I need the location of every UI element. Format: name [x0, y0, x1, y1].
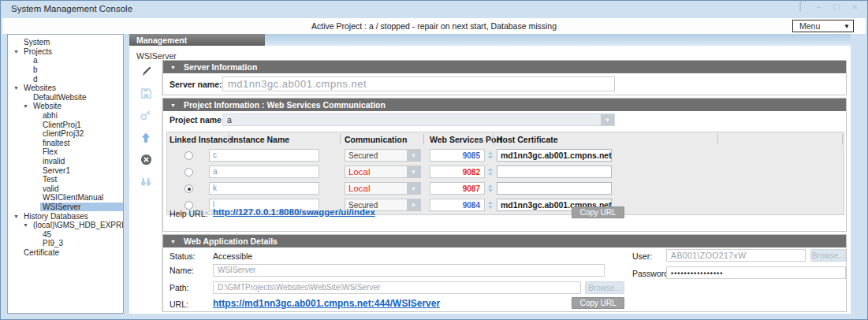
status-row: Active Project : a / stopped - repair on… — [2, 18, 866, 34]
minimize-button[interactable]: – — [814, 3, 823, 11]
communication-dropdown[interactable]: Local▼ — [345, 166, 421, 178]
column-separator — [423, 134, 424, 144]
column-separator — [717, 134, 718, 144]
tree-item-pi9-3[interactable]: PI9_3 — [8, 239, 123, 248]
tree-item-label: abhi — [40, 111, 60, 120]
copy-help-url-button[interactable]: Copy URL — [572, 207, 624, 218]
tree-item-certificate[interactable]: Certificate — [8, 248, 123, 258]
tree-item-finaltest[interactable]: finaltest — [8, 139, 123, 148]
server-information-header[interactable]: ▼ Server Information — [163, 61, 846, 73]
tree-expand-icon[interactable]: ▼ — [11, 214, 21, 219]
browse-user-button[interactable]: Browse... — [810, 249, 846, 262]
tree-item-label: Certificate — [21, 248, 61, 257]
tree-item-projects[interactable]: ▼Projects — [8, 47, 123, 57]
tree-expand-icon[interactable]: ▼ — [11, 49, 21, 54]
binoculars-icon[interactable] — [129, 170, 162, 192]
section-web-application-details: ▼ Web Application Details Status: Access… — [162, 234, 847, 312]
instance-name-input[interactable]: c — [209, 149, 319, 162]
tree-item-a[interactable]: a — [8, 56, 123, 65]
tree-item-label: (local)\GMS_HDB_EXPRESS — [31, 221, 124, 229]
close-button[interactable]: ✕ — [850, 3, 859, 11]
help-url-label: Help URL: — [170, 209, 207, 218]
help-url-link[interactable]: http://127.0.0.1:8080/swagger/ui/index — [213, 207, 375, 217]
tree-item-valid[interactable]: valid — [8, 184, 123, 194]
password-label: Password: — [632, 269, 671, 278]
port-spinner[interactable] — [486, 166, 494, 178]
tree-item-label: ClientProj1 — [40, 121, 84, 129]
tree-item-label: Projects — [21, 47, 54, 56]
save-icon[interactable] — [129, 82, 162, 104]
tree-item-server1[interactable]: Server1 — [8, 166, 123, 175]
tree-item-label: WSIServer — [40, 203, 123, 211]
collapse-arrow-icon: ▼ — [163, 239, 184, 244]
tree-item-website[interactable]: ▼Website — [8, 102, 123, 111]
name-input[interactable]: WSIServer — [213, 264, 605, 277]
tree-expand-icon[interactable]: ▼ — [20, 222, 31, 228]
tree-item-invalid[interactable]: invalid — [8, 157, 123, 166]
tree-item-clientproj32[interactable]: clientProj32 — [8, 129, 123, 139]
tree-expand-icon[interactable]: ▼ — [20, 103, 31, 109]
instance-name-input[interactable]: k — [209, 182, 319, 195]
port-spinner[interactable] — [486, 199, 494, 211]
tree-item-wsiserver[interactable]: WSIServer — [8, 203, 123, 212]
tree-item-abhi[interactable]: abhi — [8, 111, 123, 121]
communication-dropdown[interactable]: Local▼ — [345, 182, 421, 195]
key-icon[interactable] — [129, 104, 162, 126]
title-bar: System Management Console – ▢ ✕ — [1, 1, 867, 18]
linked-instance-radio[interactable] — [184, 151, 193, 160]
communication-dropdown[interactable]: Secured▼ — [345, 149, 421, 162]
web-services-port-input[interactable]: 9084 — [430, 199, 485, 211]
web-services-port-input[interactable]: 9085 — [430, 149, 485, 162]
tab-management[interactable]: Management — [129, 34, 265, 46]
path-input[interactable]: D:\GMTProjects\Websites\WebSite\WSIServe… — [213, 281, 581, 294]
menu-dropdown[interactable]: Menu ▼ — [792, 20, 854, 32]
tree-item-label: a — [31, 56, 40, 65]
tree-item-label: Websites — [21, 84, 58, 92]
maximize-button[interactable]: ▢ — [832, 3, 841, 11]
edit-pen-icon[interactable] — [129, 60, 162, 82]
tree-expand-icon[interactable]: ▼ — [11, 85, 21, 91]
user-input[interactable]: AB001\ZOO217xW — [666, 249, 806, 262]
host-certificate-input[interactable] — [497, 182, 612, 195]
port-spinner[interactable] — [486, 182, 494, 195]
tree-item-45[interactable]: 45 — [8, 229, 123, 239]
tree-item-label: clientProj32 — [40, 129, 86, 138]
web-app-url-link[interactable]: https://md1nn3gc.ab001.cmpns.net:444/WSI… — [213, 298, 440, 309]
web-services-port-input[interactable]: 9082 — [430, 166, 485, 178]
chevron-down-icon: ▼ — [407, 166, 420, 177]
column-header: Instance Name — [231, 135, 289, 144]
linked-instance-radio[interactable] — [184, 184, 193, 193]
host-certificate-input[interactable]: md1nn3gc.ab001.cmpns.net — [497, 149, 612, 162]
password-input[interactable]: •••••••••••••••• — [666, 266, 846, 279]
web-application-details-header[interactable]: ▼ Web Application Details — [163, 235, 846, 247]
instance-row: cSecured▼9085md1nn3gc.ab001.cmpns.net — [167, 147, 844, 164]
project-information-header[interactable]: ▼ Project Information : Web Services Com… — [163, 99, 846, 111]
url-label: URL: — [170, 300, 188, 309]
tree-item-clientproj1[interactable]: ClientProj1 — [8, 120, 123, 129]
tree-item-b[interactable]: b — [8, 65, 123, 75]
host-certificate-input[interactable] — [497, 166, 612, 178]
chevron-down-icon: ▼ — [407, 150, 420, 161]
communication-value: Secured — [345, 151, 407, 160]
upload-arrow-icon[interactable] — [129, 126, 162, 148]
server-name-input[interactable]: md1nn3gc.ab001.cmpns.net — [222, 76, 615, 91]
tree-item-system[interactable]: System — [8, 38, 123, 47]
tree-item-flex[interactable]: Flex — [8, 147, 123, 157]
tree-item-d[interactable]: d — [8, 74, 123, 84]
tree-item-websites[interactable]: ▼Websites — [8, 84, 123, 93]
app-window: System Management Console – ▢ ✕ Active P… — [0, 0, 868, 320]
tree-item-defaultwebsite[interactable]: DefaultWebsite — [8, 93, 123, 102]
copy-web-url-button[interactable]: Copy URL — [572, 297, 624, 309]
stop-icon[interactable] — [129, 148, 162, 170]
linked-instance-radio[interactable] — [184, 168, 193, 177]
tree-item-wsiclientmanual[interactable]: WSIClientManual — [8, 193, 123, 203]
port-spinner[interactable] — [486, 149, 494, 162]
tree-item--local-gms-hdb-express[interactable]: ▼(local)\GMS_HDB_EXPRESS — [8, 221, 123, 230]
web-services-port-input[interactable]: 9087 — [430, 182, 485, 195]
tree-item-history-databases[interactable]: ▼History Databases — [8, 211, 123, 221]
instance-name-input[interactable]: a — [209, 166, 319, 178]
project-name-dropdown[interactable]: a ▼ — [222, 113, 615, 126]
browse-path-button[interactable]: Browse... — [585, 281, 624, 294]
name-label: Name: — [170, 266, 194, 275]
tree-item-test[interactable]: Test — [8, 175, 123, 184]
